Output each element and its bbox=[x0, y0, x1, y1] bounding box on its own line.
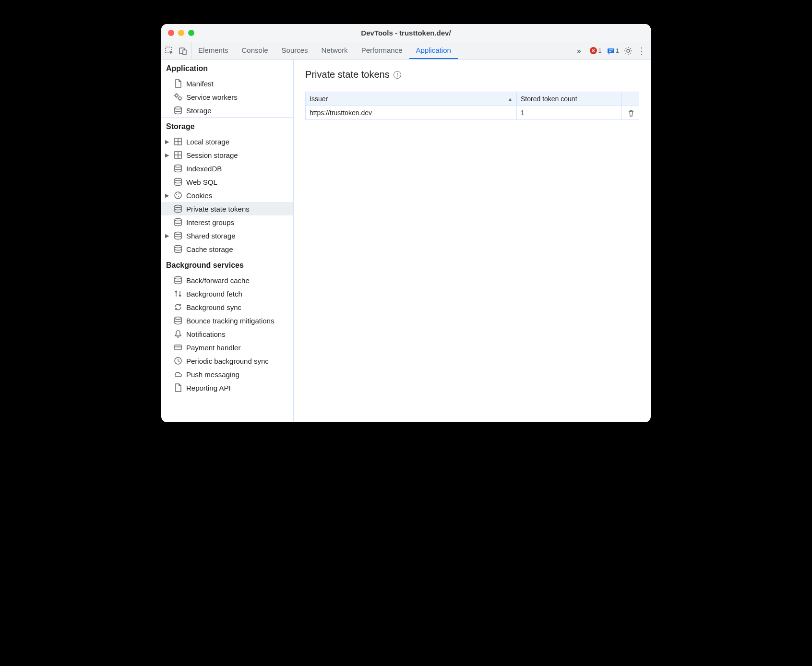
section-title: Background services bbox=[161, 256, 293, 274]
sidebar-item-background-sync[interactable]: ▶Background sync bbox=[161, 300, 293, 314]
cloud-icon bbox=[174, 370, 182, 379]
sidebar-item-label: Push messaging bbox=[186, 370, 239, 379]
sidebar-item-storage[interactable]: ▶Storage bbox=[161, 104, 293, 117]
sidebar-item-label: Back/forward cache bbox=[186, 276, 250, 285]
tab-sources[interactable]: Sources bbox=[275, 42, 315, 59]
tab-console[interactable]: Console bbox=[235, 42, 275, 59]
sidebar-item-manifest[interactable]: ▶Manifest bbox=[161, 77, 293, 90]
cookie-icon bbox=[174, 191, 182, 200]
updown-icon bbox=[174, 289, 182, 298]
sidebar-item-label: Background fetch bbox=[186, 290, 242, 298]
db-icon bbox=[174, 164, 182, 173]
sidebar-item-label: Bounce tracking mitigations bbox=[186, 317, 274, 325]
titlebar: DevTools - trusttoken.dev/ bbox=[161, 24, 651, 42]
kebab-menu-icon[interactable]: ⋮ bbox=[637, 46, 646, 56]
db-icon bbox=[174, 178, 182, 186]
sidebar-item-local-storage[interactable]: ▶Local storage bbox=[161, 135, 293, 148]
sidebar-item-indexeddb[interactable]: ▶IndexedDB bbox=[161, 162, 293, 175]
sort-asc-icon: ▲ bbox=[508, 96, 513, 102]
delete-row-button[interactable] bbox=[622, 106, 639, 120]
sidebar-item-payment-handler[interactable]: ▶Payment handler bbox=[161, 341, 293, 354]
sidebar-item-bounce-tracking-mitigations[interactable]: ▶Bounce tracking mitigations bbox=[161, 314, 293, 327]
minimize-window-button[interactable] bbox=[178, 30, 184, 36]
inspect-icon[interactable] bbox=[165, 47, 174, 55]
table-row[interactable]: https://trusttoken.dev1 bbox=[306, 106, 639, 120]
sidebar-item-reporting-api[interactable]: ▶Reporting API bbox=[161, 381, 293, 394]
sidebar-item-label: Local storage bbox=[186, 138, 229, 146]
sidebar-item-label: Periodic background sync bbox=[186, 357, 269, 365]
expand-arrow-icon[interactable]: ▶ bbox=[165, 233, 170, 239]
sidebar-item-back-forward-cache[interactable]: ▶Back/forward cache bbox=[161, 274, 293, 287]
message-badge[interactable]: 1 bbox=[607, 47, 619, 55]
column-header-stored-token-count[interactable]: Stored token count bbox=[517, 92, 622, 106]
db-icon bbox=[174, 231, 182, 240]
panel-tabs: ElementsConsoleSourcesNetworkPerformance… bbox=[191, 42, 573, 59]
sidebar-item-periodic-background-sync[interactable]: ▶Periodic background sync bbox=[161, 354, 293, 368]
expand-arrow-icon[interactable]: ▶ bbox=[165, 192, 170, 199]
sidebar-item-label: Service workers bbox=[186, 93, 238, 101]
window-title: DevTools - trusttoken.dev/ bbox=[161, 29, 651, 37]
expand-arrow-icon[interactable]: ▶ bbox=[165, 139, 170, 145]
sidebar-item-label: Manifest bbox=[186, 80, 214, 88]
document-icon bbox=[174, 383, 182, 392]
sidebar-item-push-messaging[interactable]: ▶Push messaging bbox=[161, 368, 293, 381]
sidebar-item-label: Notifications bbox=[186, 330, 226, 338]
tab-application[interactable]: Application bbox=[409, 42, 458, 59]
devtools-window: DevTools - trusttoken.dev/ ElementsConso… bbox=[161, 24, 651, 422]
sidebar-item-interest-groups[interactable]: ▶Interest groups bbox=[161, 215, 293, 229]
main-toolbar: ElementsConsoleSourcesNetworkPerformance… bbox=[161, 42, 651, 59]
sidebar-item-session-storage[interactable]: ▶Session storage bbox=[161, 148, 293, 162]
sync-icon bbox=[174, 303, 182, 311]
panel-title-row: Private state tokens i bbox=[305, 69, 639, 80]
sidebar-item-notifications[interactable]: ▶Notifications bbox=[161, 327, 293, 341]
sidebar-item-web-sql[interactable]: ▶Web SQL bbox=[161, 175, 293, 189]
sidebar-item-private-state-tokens[interactable]: ▶Private state tokens bbox=[161, 202, 293, 215]
sidebar-item-label: Web SQL bbox=[186, 178, 217, 186]
sidebar-item-label: Cookies bbox=[186, 191, 212, 200]
error-count: 1 bbox=[598, 47, 602, 54]
tab-elements[interactable]: Elements bbox=[191, 42, 235, 59]
message-count: 1 bbox=[616, 47, 619, 54]
more-tabs-icon[interactable]: » bbox=[573, 42, 585, 59]
card-icon bbox=[174, 343, 182, 352]
section-title: Application bbox=[161, 59, 293, 77]
grid-icon bbox=[174, 151, 182, 159]
traffic-lights bbox=[161, 30, 194, 36]
sidebar-item-shared-storage[interactable]: ▶Shared storage bbox=[161, 229, 293, 242]
tokens-table: Issuer▲Stored token count https://trustt… bbox=[305, 92, 639, 120]
cell-issuer: https://trusttoken.dev bbox=[306, 106, 517, 120]
application-sidebar: Application▶Manifest▶Service workers▶Sto… bbox=[161, 59, 294, 422]
trash-icon bbox=[627, 109, 634, 117]
sidebar-item-label: Private state tokens bbox=[186, 205, 250, 213]
main-panel: Private state tokens i Issuer▲Stored tok… bbox=[294, 59, 651, 422]
maximize-window-button[interactable] bbox=[188, 30, 194, 36]
message-icon bbox=[607, 47, 614, 55]
sidebar-item-background-fetch[interactable]: ▶Background fetch bbox=[161, 287, 293, 300]
error-badge[interactable]: ✕ 1 bbox=[590, 47, 602, 54]
db-icon bbox=[174, 316, 182, 325]
device-toggle-icon[interactable] bbox=[179, 47, 187, 55]
sidebar-item-label: Background sync bbox=[186, 303, 241, 311]
sidebar-item-label: IndexedDB bbox=[186, 165, 222, 173]
sidebar-item-label: Cache storage bbox=[186, 245, 233, 253]
sidebar-item-service-workers[interactable]: ▶Service workers bbox=[161, 90, 293, 104]
tab-performance[interactable]: Performance bbox=[355, 42, 409, 59]
gears-icon bbox=[174, 93, 182, 101]
clock-icon bbox=[174, 357, 182, 365]
sidebar-item-label: Interest groups bbox=[186, 218, 234, 226]
tab-network[interactable]: Network bbox=[315, 42, 355, 59]
sidebar-item-label: Storage bbox=[186, 107, 212, 115]
document-icon bbox=[174, 79, 182, 88]
settings-icon[interactable] bbox=[624, 47, 633, 55]
expand-arrow-icon[interactable]: ▶ bbox=[165, 152, 170, 158]
sidebar-item-label: Reporting API bbox=[186, 384, 231, 392]
sidebar-item-cache-storage[interactable]: ▶Cache storage bbox=[161, 242, 293, 256]
db-icon bbox=[174, 218, 182, 226]
sidebar-item-cookies[interactable]: ▶Cookies bbox=[161, 189, 293, 202]
close-window-button[interactable] bbox=[168, 30, 174, 36]
sidebar-item-label: Session storage bbox=[186, 151, 238, 159]
db-icon bbox=[174, 204, 182, 213]
column-header-issuer[interactable]: Issuer▲ bbox=[306, 92, 517, 106]
section-title: Storage bbox=[161, 118, 293, 135]
info-icon[interactable]: i bbox=[394, 71, 401, 79]
